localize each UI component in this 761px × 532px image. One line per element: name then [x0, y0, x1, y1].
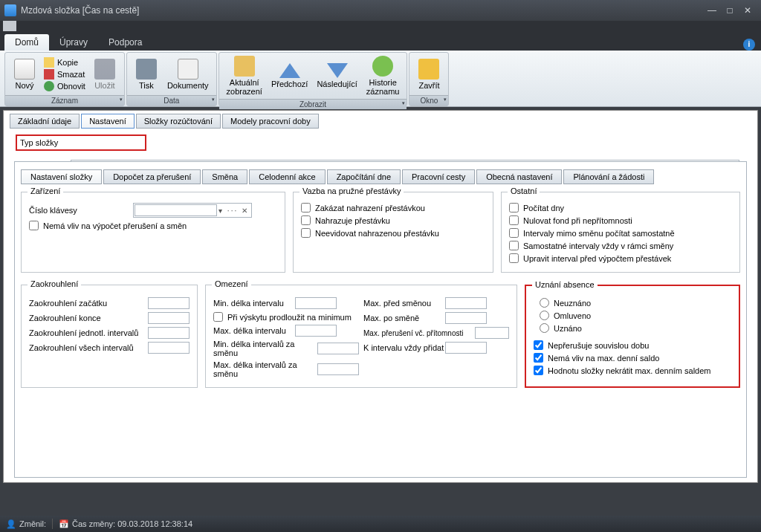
copy-button[interactable]: Kopie	[41, 56, 88, 68]
omluveno-radio[interactable]	[540, 311, 549, 320]
menu-tab-podpora[interactable]: Podpora	[98, 34, 152, 51]
k-interv-input[interactable]	[445, 342, 487, 354]
print-button[interactable]: Tisk	[130, 57, 163, 91]
max-po-input[interactable]	[445, 312, 487, 324]
calendar-icon: 📅	[59, 519, 69, 529]
hodnotu-checkbox[interactable]	[534, 366, 543, 375]
max-pred-input[interactable]	[445, 297, 487, 309]
sub-tab-obecna[interactable]: Obecná nastavení	[476, 169, 562, 184]
sub-tab-zapocitani[interactable]: Započítání dne	[327, 169, 401, 184]
ribbon-group-label-okno: Okno	[409, 95, 448, 106]
user-icon: 👤	[6, 519, 16, 529]
documents-button[interactable]: Dokumenty	[163, 57, 213, 91]
group-title-uznani: Uznání absence	[532, 280, 598, 289]
group-zarizeni: Zařízení Číslo klávesy ▾ ··· ✕ Nemá vliv…	[21, 192, 285, 273]
zaok-konce-input[interactable]	[148, 312, 190, 324]
combo-buttons[interactable]: ▾ ··· ✕	[217, 207, 250, 215]
neprerusuje-checkbox[interactable]	[534, 340, 543, 350]
statusbar: 👤 Změnil: 📅 Čas změny: 09.03.2018 12:38:…	[0, 516, 761, 532]
sub-tab-planovani[interactable]: Plánování a žádosti	[563, 169, 654, 184]
info-icon[interactable]: i	[743, 39, 755, 51]
sub-tab-dopocet[interactable]: Dopočet za přerušení	[103, 169, 201, 184]
form-tab-modely[interactable]: Modely pracovní doby	[222, 114, 319, 129]
ribbon-group-data: Tisk Dokumenty Data	[126, 52, 217, 106]
nema-vliv-label: Nemá vliv na výpočet přerušení a směn	[43, 221, 187, 230]
menu-tab-domu[interactable]: Domů	[4, 34, 49, 51]
type-row-highlight: Typ složky	[16, 134, 146, 151]
cislo-klavesy-combo[interactable]: ▾ ··· ✕	[133, 203, 252, 218]
ribbon-group-zaznam: Nový Kopie Smazat Obnovit Uložit Záznam	[4, 52, 125, 106]
type-label: Typ složky	[20, 138, 58, 147]
menu-tabs: Domů Úpravy Podpora i	[0, 33, 761, 51]
group-title-zaokrouhleni: Zaokrouhlení	[27, 279, 81, 288]
form-area: Základní údaje Nastavení Složky rozúčtov…	[3, 110, 758, 483]
nulovat-checkbox[interactable]	[509, 215, 519, 225]
history-button[interactable]: Historie záznamu	[362, 54, 404, 97]
form-tab-zakladni[interactable]: Základní údaje	[10, 114, 80, 129]
app-icon	[4, 4, 16, 16]
zmenil-label: Změnil:	[19, 519, 46, 528]
refresh-button[interactable]: Obnovit	[41, 80, 88, 92]
group-ostatni: Ostatní Počítat dny Nulovat fond při nep…	[501, 192, 740, 273]
group-title-ostatni: Ostatní	[508, 186, 540, 195]
cislo-klavesy-input[interactable]	[135, 204, 217, 216]
max-delka-input[interactable]	[295, 325, 337, 337]
nema-vliv-max-checkbox[interactable]	[534, 353, 543, 363]
intervaly-checkbox[interactable]	[509, 228, 519, 238]
group-vazba: Vazba na pružné přestávky Zakázat nahraz…	[293, 192, 493, 273]
pri-vyskytu-checkbox[interactable]	[213, 312, 223, 322]
delete-button[interactable]: Smazat	[41, 68, 88, 80]
settings-panel: Nastavení složky Dopočet za přerušení Sm…	[14, 161, 747, 478]
titlebar: Mzdová složka [Čas na cestě] — □ ✕	[0, 0, 761, 21]
quick-access-dropdown[interactable]	[3, 21, 16, 31]
min-delka-input[interactable]	[295, 297, 337, 309]
zaok-vsech-input[interactable]	[148, 342, 190, 354]
menu-tab-upravy[interactable]: Úpravy	[49, 34, 98, 51]
ribbon-group-label-zaznam: Záznam	[5, 95, 124, 106]
new-button[interactable]: Nový	[8, 57, 41, 91]
zakazat-checkbox[interactable]	[301, 203, 311, 213]
save-button[interactable]: Uložit	[88, 57, 121, 91]
uznano-radio[interactable]	[540, 323, 549, 333]
next-button[interactable]: Následující	[312, 62, 361, 90]
group-zaokrouhleni: Zaokrouhlení Zaokrouhlení začátku Zaokro…	[21, 285, 198, 388]
ribbon-group-label-data: Data	[127, 95, 216, 106]
restore-button[interactable]: □	[721, 4, 739, 17]
pocitat-checkbox[interactable]	[509, 203, 519, 213]
window-title: Mzdová složka [Čas na cestě]	[21, 5, 703, 16]
ribbon-group-label-zobrazit: Zobrazit	[219, 99, 407, 109]
min-smenu-input[interactable]	[317, 343, 359, 354]
group-uznani-absence: Uznání absence Neuznáno Omluveno Uznáno …	[525, 285, 740, 388]
ribbon: Nový Kopie Smazat Obnovit Uložit Záznam …	[0, 51, 761, 107]
nema-vliv-checkbox[interactable]	[29, 221, 39, 230]
sub-tab-celodenni[interactable]: Celodenní akce	[249, 169, 325, 184]
max-prer-input[interactable]	[475, 327, 509, 339]
form-tab-nastaveni[interactable]: Nastavení	[81, 114, 135, 129]
group-omezeni: Omezení Min. délka intervalu Při výskytu…	[205, 285, 517, 388]
zaok-jednotl-input[interactable]	[148, 327, 190, 339]
cas-zmeny-label: Čas změny: 09.03.2018 12:38:14	[72, 519, 192, 528]
group-title-zarizeni: Zařízení	[27, 186, 63, 195]
max-smenu-input[interactable]	[317, 363, 359, 375]
ribbon-group-zobrazit: Aktuální zobrazení Předchozí Následující…	[218, 52, 408, 106]
sub-tab-pracovni[interactable]: Pracovní cesty	[402, 169, 475, 184]
neevidovat-checkbox[interactable]	[301, 228, 311, 238]
nahrazuje-checkbox[interactable]	[301, 215, 311, 225]
quick-access-strip	[0, 21, 761, 33]
sub-tab-nastaveni-slozky[interactable]: Nastavení složky	[21, 169, 102, 184]
group-title-omezeni: Omezení	[212, 279, 251, 288]
group-title-vazba: Vazba na pružné přestávky	[299, 186, 404, 195]
cislo-klavesy-label: Číslo klávesy	[29, 206, 133, 215]
close-window-button[interactable]: Zavřít	[412, 57, 445, 91]
form-tab-slozky[interactable]: Složky rozúčtování	[136, 114, 221, 129]
previous-button[interactable]: Předchozí	[267, 62, 313, 90]
samostatne-checkbox[interactable]	[509, 241, 519, 250]
current-view-button[interactable]: Aktuální zobrazení	[222, 54, 267, 97]
sub-tab-smena[interactable]: Směna	[202, 169, 247, 184]
settings-tabs: Nastavení složky Dopočet za přerušení Sm…	[21, 169, 740, 184]
zaok-zacatku-input[interactable]	[148, 297, 190, 309]
neuznano-radio[interactable]	[540, 298, 549, 308]
close-button[interactable]: ✕	[739, 4, 757, 17]
minimize-button[interactable]: —	[703, 4, 721, 17]
upravit-checkbox[interactable]	[509, 253, 519, 263]
